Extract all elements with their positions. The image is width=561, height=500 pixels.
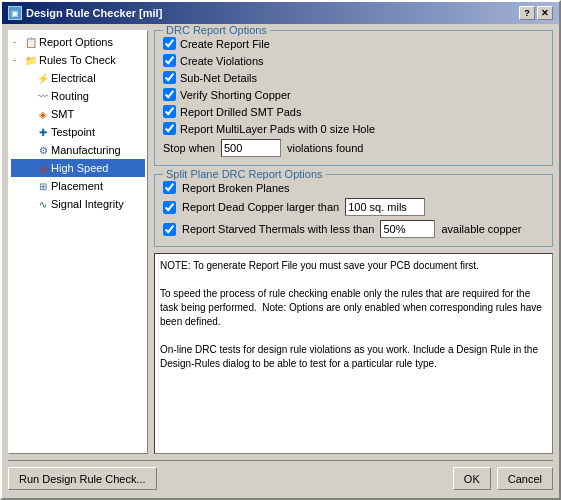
check-row-create-violations: Create Violations <box>163 54 544 67</box>
dead-copper-input[interactable] <box>345 198 425 216</box>
routing-icon: 〰 <box>35 88 51 104</box>
tree-label: Signal Integrity <box>51 198 124 210</box>
checkbox-create-report[interactable] <box>163 37 176 50</box>
signal-icon: ∿ <box>35 196 51 212</box>
main-window: ▣ Design Rule Checker [mil] ? ✕ - 📋 Repo… <box>0 0 561 500</box>
window-body: - 📋 Report Options - 📁 Rules To Check ⚡ … <box>2 24 559 498</box>
label-dead-copper: Report Dead Copper larger than <box>182 201 339 213</box>
sidebar-item-high-speed[interactable]: ◎ High Speed <box>11 159 145 177</box>
bottom-bar: Run Design Rule Check... OK Cancel <box>8 460 553 492</box>
label-report-multilayer: Report MultiLayer Pads with 0 size Hole <box>180 123 375 135</box>
checkbox-starved-thermals[interactable] <box>163 223 176 236</box>
row-starved-thermals: Report Starved Thermals with less than a… <box>163 220 544 238</box>
tree-label: Rules To Check <box>39 54 116 66</box>
sidebar-item-routing[interactable]: 〰 Routing <box>11 87 145 105</box>
starved-thermals-input[interactable] <box>380 220 435 238</box>
label-broken-planes: Report Broken Planes <box>182 182 290 194</box>
tree-label: Manufacturing <box>51 144 121 156</box>
tree-label-high-speed: High Speed <box>51 162 109 174</box>
sidebar-item-electrical[interactable]: ⚡ Electrical <box>11 69 145 87</box>
sidebar-item-testpoint[interactable]: ✚ Testpoint <box>11 123 145 141</box>
expand-icon: - <box>13 55 23 65</box>
help-button[interactable]: ? <box>519 6 535 20</box>
checkbox-report-drilled[interactable] <box>163 105 176 118</box>
manufacturing-icon: ⚙ <box>35 142 51 158</box>
tree-label: Report Options <box>39 36 113 48</box>
testpoint-icon: ✚ <box>35 124 51 140</box>
label-subnet-details: Sub-Net Details <box>180 72 257 84</box>
sidebar-item-signal-integrity[interactable]: ∿ Signal Integrity <box>11 195 145 213</box>
app-icon: ▣ <box>8 6 22 20</box>
check-row-subnet-details: Sub-Net Details <box>163 71 544 84</box>
checkbox-subnet-details[interactable] <box>163 71 176 84</box>
checkbox-report-multilayer[interactable] <box>163 122 176 135</box>
check-row-verify-shorting: Verify Shorting Copper <box>163 88 544 101</box>
drc-report-group: DRC Report Options Create Report File Cr… <box>154 30 553 166</box>
tree-label: Electrical <box>51 72 96 84</box>
title-buttons: ? ✕ <box>519 6 553 20</box>
tree-label: Testpoint <box>51 126 95 138</box>
split-plane-group: Split Plane DRC Report Options Report Br… <box>154 174 553 247</box>
label-create-report: Create Report File <box>180 38 270 50</box>
checkbox-verify-shorting[interactable] <box>163 88 176 101</box>
label-report-drilled: Report Drilled SMT Pads <box>180 106 301 118</box>
checkbox-dead-copper[interactable] <box>163 201 176 214</box>
ok-button[interactable]: OK <box>453 467 491 490</box>
window-title: Design Rule Checker [mil] <box>26 7 162 19</box>
label-create-violations: Create Violations <box>180 55 264 67</box>
close-button[interactable]: ✕ <box>537 6 553 20</box>
stop-value-input[interactable] <box>221 139 281 157</box>
note-box: NOTE: To generate Report File you must s… <box>154 253 553 454</box>
row-dead-copper: Report Dead Copper larger than <box>163 198 544 216</box>
label-verify-shorting: Verify Shorting Copper <box>180 89 291 101</box>
tree-label: Placement <box>51 180 103 192</box>
electrical-icon: ⚡ <box>35 70 51 86</box>
run-design-rule-check-button[interactable]: Run Design Rule Check... <box>8 467 157 490</box>
check-row-create-report: Create Report File <box>163 37 544 50</box>
check-row-report-drilled: Report Drilled SMT Pads <box>163 105 544 118</box>
expand-icon: - <box>13 37 23 47</box>
label-starved-thermals: Report Starved Thermals with less than <box>182 223 374 235</box>
check-row-report-multilayer: Report MultiLayer Pads with 0 size Hole <box>163 122 544 135</box>
rules-icon: 📁 <box>23 52 39 68</box>
title-bar-left: ▣ Design Rule Checker [mil] <box>8 6 162 20</box>
ok-cancel-group: OK Cancel <box>453 467 553 490</box>
tree-label: SMT <box>51 108 74 120</box>
main-content: - 📋 Report Options - 📁 Rules To Check ⚡ … <box>8 30 553 454</box>
starved-thermals-suffix: available copper <box>441 223 521 235</box>
tree-label: Routing <box>51 90 89 102</box>
checkbox-broken-planes[interactable] <box>163 181 176 194</box>
cancel-button[interactable]: Cancel <box>497 467 553 490</box>
placement-icon: ⊞ <box>35 178 51 194</box>
stop-label: Stop when <box>163 142 215 154</box>
left-panel: - 📋 Report Options - 📁 Rules To Check ⚡ … <box>8 30 148 454</box>
stop-suffix: violations found <box>287 142 363 154</box>
smt-icon: ◈ <box>35 106 51 122</box>
checkbox-create-violations[interactable] <box>163 54 176 67</box>
sidebar-item-manufacturing[interactable]: ⚙ Manufacturing <box>11 141 145 159</box>
sidebar-item-report-options[interactable]: - 📋 Report Options <box>11 33 145 51</box>
sidebar-item-smt[interactable]: ◈ SMT <box>11 105 145 123</box>
note-text: NOTE: To generate Report File you must s… <box>160 260 542 369</box>
split-group-label: Split Plane DRC Report Options <box>163 168 326 180</box>
report-options-icon: 📋 <box>23 34 39 50</box>
stop-row: Stop when violations found <box>163 139 544 157</box>
title-bar: ▣ Design Rule Checker [mil] ? ✕ <box>2 2 559 24</box>
drc-group-label: DRC Report Options <box>163 24 270 36</box>
sidebar-item-placement[interactable]: ⊞ Placement <box>11 177 145 195</box>
right-panel: DRC Report Options Create Report File Cr… <box>154 30 553 454</box>
sidebar-item-rules-to-check[interactable]: - 📁 Rules To Check <box>11 51 145 69</box>
row-broken-planes: Report Broken Planes <box>163 181 544 194</box>
high-speed-icon: ◎ <box>35 160 51 176</box>
